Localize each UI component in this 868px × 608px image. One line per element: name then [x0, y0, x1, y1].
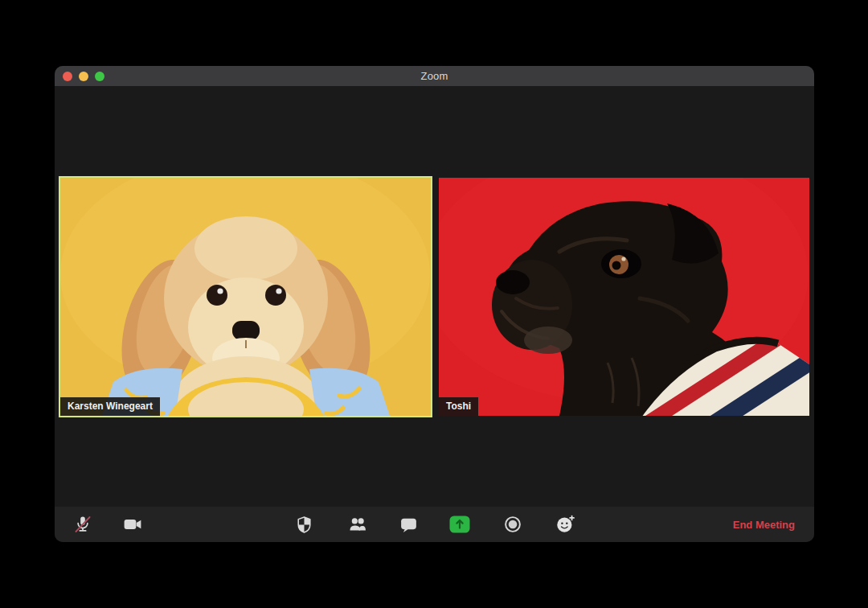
participant-name-label: Karsten Winegeart [60, 397, 160, 416]
reactions-button[interactable] [549, 508, 581, 540]
security-shield-icon [294, 515, 314, 535]
video-grid: Karsten Winegeart [55, 86, 814, 507]
record-button[interactable] [497, 508, 529, 540]
window-controls [63, 72, 104, 81]
pug-video-image [439, 178, 809, 416]
minimize-window-button[interactable] [79, 72, 88, 81]
close-window-button[interactable] [63, 72, 72, 81]
share-screen-button[interactable] [444, 508, 476, 540]
zoom-window: Zoom [55, 66, 814, 542]
chat-button[interactable] [392, 508, 424, 540]
video-tile-toshi[interactable]: Toshi [439, 178, 809, 416]
video-camera-icon [122, 514, 143, 535]
window-title: Zoom [55, 70, 814, 82]
chat-icon [399, 515, 419, 535]
window-titlebar: Zoom [55, 66, 814, 86]
fullscreen-window-button[interactable] [95, 72, 104, 81]
microphone-muted-icon [72, 514, 93, 535]
meeting-toolbar: End Meeting [55, 507, 814, 542]
participants-icon [347, 514, 368, 535]
share-screen-icon [448, 515, 471, 534]
video-tile-karsten[interactable]: Karsten Winegeart [59, 176, 432, 417]
reactions-icon [555, 514, 575, 535]
puppy-video-image [60, 178, 431, 416]
end-meeting-button[interactable]: End Meeting [733, 507, 795, 542]
video-button[interactable] [117, 508, 149, 540]
security-button[interactable] [288, 508, 320, 540]
mute-button[interactable] [67, 508, 99, 540]
record-icon [502, 514, 523, 535]
participant-name-label: Toshi [439, 397, 478, 416]
participants-button[interactable] [342, 508, 374, 540]
